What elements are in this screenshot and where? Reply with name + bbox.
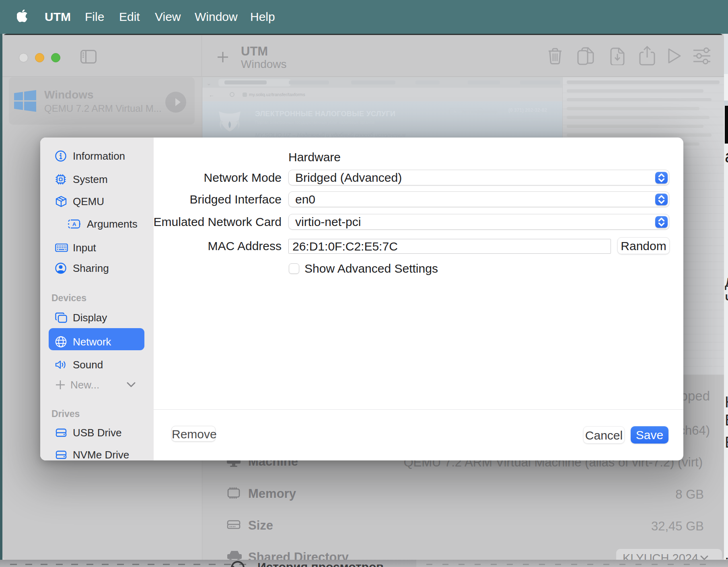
svg-text:A: A: [72, 221, 76, 227]
